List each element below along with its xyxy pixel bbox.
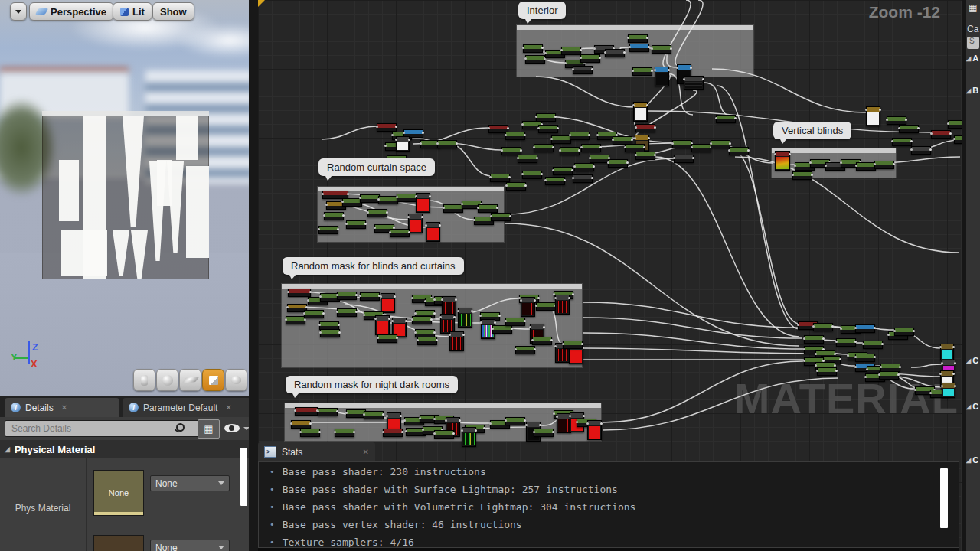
material-node[interactable] (286, 316, 305, 324)
material-node[interactable] (570, 132, 590, 140)
material-node[interactable] (633, 102, 648, 122)
material-node[interactable] (536, 302, 556, 311)
material-node[interactable] (629, 44, 649, 52)
material-node[interactable] (879, 371, 899, 380)
shape-button-plane[interactable] (179, 369, 201, 391)
second-dropdown[interactable]: None (150, 540, 230, 551)
material-node[interactable] (635, 152, 655, 160)
material-node[interactable] (684, 76, 704, 90)
material-node[interactable] (337, 308, 357, 317)
material-node[interactable] (522, 171, 542, 179)
second-thumbnail[interactable] (93, 535, 144, 551)
material-node[interactable] (710, 140, 730, 148)
phys-material-dropdown[interactable]: None (150, 475, 230, 491)
viewport-render[interactable]: Z X Y (0, 0, 249, 396)
shape-button-cylinder[interactable] (133, 369, 155, 391)
material-node[interactable] (948, 120, 962, 129)
material-node[interactable] (390, 229, 410, 237)
material-node[interactable] (318, 408, 338, 416)
material-node[interactable] (863, 341, 883, 349)
material-node[interactable] (855, 324, 875, 333)
material-node[interactable] (545, 177, 565, 185)
comment-label[interactable]: Interior (518, 2, 566, 19)
material-node[interactable] (587, 420, 602, 440)
material-node[interactable] (505, 417, 525, 425)
material-node[interactable] (300, 429, 320, 437)
material-node[interactable] (608, 159, 628, 168)
shape-button-sphere[interactable] (156, 369, 178, 391)
material-node[interactable] (560, 147, 580, 155)
material-node[interactable] (581, 144, 601, 152)
material-node[interactable] (295, 407, 318, 416)
material-node[interactable] (346, 220, 366, 229)
material-node[interactable] (396, 136, 410, 152)
material-node[interactable] (563, 341, 583, 349)
tab-stats[interactable]: >_ Stats ✕ (258, 442, 375, 461)
material-node[interactable] (716, 115, 736, 123)
material-node[interactable] (573, 66, 593, 74)
tab-details[interactable]: i Details ✕ (5, 398, 119, 417)
material-node[interactable] (555, 295, 570, 315)
material-node[interactable] (337, 292, 357, 300)
material-node[interactable] (381, 293, 395, 313)
close-icon[interactable]: ✕ (363, 448, 369, 456)
material-node[interactable] (894, 328, 914, 336)
material-node[interactable] (449, 331, 464, 351)
viewport-options-button[interactable] (10, 2, 27, 21)
material-node[interactable] (804, 335, 824, 344)
shape-button-cube[interactable] (202, 369, 224, 391)
material-node[interactable] (836, 338, 856, 347)
comment-label[interactable]: Vertical blinds (773, 122, 851, 139)
material-node[interactable] (377, 334, 397, 343)
material-node[interactable] (368, 209, 387, 217)
material-node[interactable] (931, 130, 951, 139)
section-physical-material[interactable]: ◢ Physical Material (0, 440, 249, 458)
material-node[interactable] (674, 155, 694, 163)
material-node[interactable] (892, 138, 912, 146)
material-node[interactable] (580, 54, 600, 63)
material-node[interactable] (866, 106, 880, 126)
material-node[interactable] (813, 323, 833, 331)
material-node[interactable] (426, 222, 440, 242)
material-node[interactable] (792, 171, 812, 180)
material-node[interactable] (443, 204, 463, 213)
material-node[interactable] (515, 346, 535, 354)
material-node[interactable] (505, 318, 525, 326)
tab-parameter-default[interactable]: i Parameter Default ✕ (122, 398, 251, 417)
material-node[interactable] (817, 367, 837, 376)
material-node[interactable] (940, 344, 954, 360)
close-icon[interactable]: ✕ (61, 403, 67, 412)
material-node[interactable] (518, 155, 537, 163)
material-node[interactable] (412, 316, 432, 324)
material-node[interactable] (360, 292, 380, 301)
phys-material-thumbnail[interactable]: None (93, 470, 144, 516)
material-node[interactable] (635, 124, 655, 132)
material-node[interactable] (375, 315, 390, 335)
material-node[interactable] (954, 135, 962, 144)
material-node[interactable] (672, 140, 692, 148)
close-icon[interactable]: ✕ (225, 403, 231, 412)
comment-label[interactable]: Random curtain space (318, 158, 435, 176)
material-node[interactable] (437, 140, 457, 148)
preview-viewport[interactable]: Z X Y Perspective Lit Show (0, 0, 249, 396)
material-node[interactable] (855, 354, 875, 362)
material-node[interactable] (304, 310, 324, 318)
panel-splitter[interactable] (249, 0, 258, 551)
material-node[interactable] (874, 161, 894, 169)
perspective-button[interactable]: Perspective (29, 2, 114, 21)
shape-button-teapot[interactable] (225, 369, 247, 391)
material-node[interactable] (899, 125, 919, 133)
material-node[interactable] (491, 213, 511, 221)
material-node[interactable] (534, 144, 554, 152)
material-node[interactable] (408, 214, 423, 233)
display-filter-button[interactable]: ▦ (198, 419, 220, 439)
eye-icon[interactable] (224, 424, 240, 432)
palette-category[interactable]: ◢A (966, 54, 978, 63)
material-node[interactable] (561, 47, 581, 55)
material-node[interactable] (492, 325, 512, 334)
material-node[interactable] (655, 67, 669, 86)
material-node[interactable] (691, 144, 711, 152)
material-node[interactable] (397, 194, 416, 202)
palette-search-input[interactable]: S (967, 37, 979, 49)
material-node[interactable] (458, 308, 472, 328)
